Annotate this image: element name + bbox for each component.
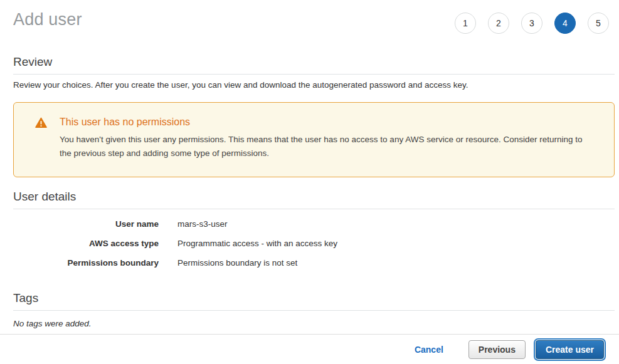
warning-body: You haven't given this user any permissi… <box>60 133 593 160</box>
create-user-button[interactable]: Create user <box>536 340 604 359</box>
review-description: Review your choices. After you create th… <box>13 80 615 90</box>
tags-heading: Tags <box>13 291 615 311</box>
warning-content: This user has no permissions You haven't… <box>60 117 593 160</box>
step-indicator-3: 3 <box>521 13 542 34</box>
previous-button[interactable]: Previous <box>468 340 526 359</box>
tags-empty-message: No tags were added. <box>13 319 615 328</box>
user-name-label: User name <box>13 219 159 229</box>
step-indicator-1: 1 <box>455 13 476 34</box>
tags-section: Tags No tags were added. <box>13 291 615 328</box>
access-type-value: Programmatic access - with an access key <box>177 239 337 248</box>
step-indicator-5: 5 <box>588 13 609 34</box>
warning-triangle-icon <box>35 117 47 128</box>
no-permissions-warning: This user has no permissions You haven't… <box>13 102 615 177</box>
add-user-wizard: Add user 1 2 3 4 5 Review Review your ch… <box>0 0 619 328</box>
review-heading: Review <box>13 55 615 75</box>
page-title: Add user <box>13 10 82 29</box>
review-section: Review Review your choices. After you cr… <box>13 55 615 90</box>
table-row: Permissions boundary Permissions boundar… <box>13 253 615 273</box>
permissions-boundary-label: Permissions boundary <box>13 258 159 268</box>
step-indicator-2: 2 <box>488 13 509 34</box>
table-row: AWS access type Programmatic access - wi… <box>13 234 615 253</box>
wizard-header: Add user 1 2 3 4 5 <box>13 0 615 45</box>
step-indicator: 1 2 3 4 5 <box>455 13 609 34</box>
table-row: User name mars-s3-user <box>13 214 615 234</box>
user-name-value: mars-s3-user <box>177 219 228 229</box>
user-details-section: User details User name mars-s3-user AWS … <box>13 190 615 273</box>
step-indicator-4: 4 <box>554 13 576 34</box>
access-type-label: AWS access type <box>13 239 159 248</box>
user-details-heading: User details <box>13 190 615 209</box>
warning-title: This user has no permissions <box>60 117 593 128</box>
user-details-table: User name mars-s3-user AWS access type P… <box>13 214 615 273</box>
cancel-button[interactable]: Cancel <box>415 345 443 355</box>
permissions-boundary-value: Permissions boundary is not set <box>177 258 297 268</box>
wizard-footer: Cancel Previous Create user <box>0 334 619 364</box>
